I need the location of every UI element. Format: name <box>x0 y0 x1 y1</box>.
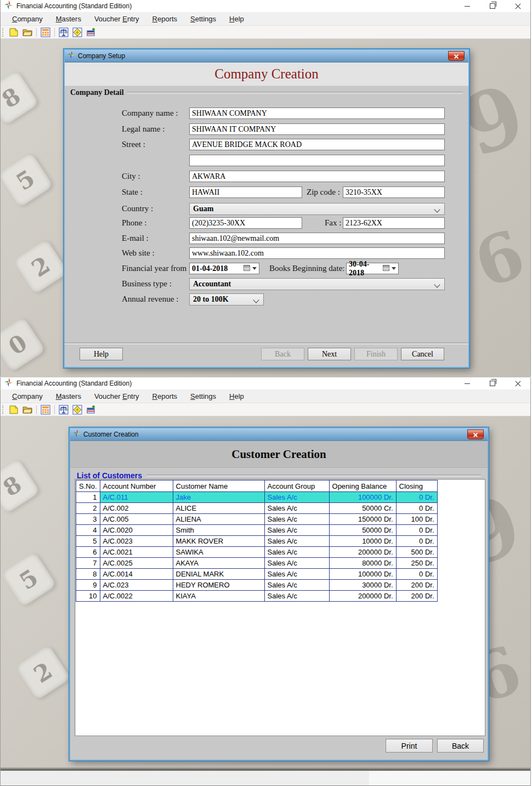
balance-scales-icon[interactable] <box>58 27 70 38</box>
table-row[interactable]: 8A/C.0014DENIAL MARKSales A/c100000 Dr.0… <box>76 569 438 580</box>
table-row[interactable]: 2A/C.002ALICESales A/c50000 Cr.0 Dr. <box>76 503 438 514</box>
country-label: Country : <box>122 203 153 214</box>
add-table-icon[interactable] <box>85 27 97 38</box>
dialog-heading-band: Company Creation <box>65 63 468 86</box>
column-header[interactable]: Opening Balance <box>329 480 396 492</box>
column-header[interactable]: S.No. <box>76 480 100 492</box>
financial-year-datepicker[interactable]: 01-04-2018 <box>189 263 259 274</box>
toolbar-separator <box>36 405 37 414</box>
fax-field[interactable] <box>343 217 445 229</box>
menu-voucher-entry[interactable]: Voucher Entry <box>88 13 145 25</box>
column-header[interactable]: Closing <box>396 480 437 492</box>
print-button[interactable]: Print <box>386 739 433 753</box>
table-row[interactable]: 5A/C.0023MAKK ROVERSales A/c10000 Dr.0 D… <box>76 536 438 547</box>
financial-year-label: Financial year from : <box>122 263 191 274</box>
minimize-icon[interactable] <box>455 377 480 389</box>
dialog-title: Company Setup <box>78 52 125 60</box>
chevron-down-icon <box>434 281 440 287</box>
open-folder-icon[interactable] <box>21 27 33 38</box>
email-field[interactable] <box>189 233 445 244</box>
restore-icon[interactable] <box>480 377 505 389</box>
books-beginning-label: Books Beginning date: <box>269 263 345 274</box>
legal-name-label: Legal name : <box>122 123 165 135</box>
toolbar-separator <box>54 405 55 414</box>
ledger-book-icon[interactable] <box>71 404 83 415</box>
titlebar: Financial Accounting (Standard Edition) <box>1 377 530 389</box>
window-title: Financial Accounting (Standard Edition) <box>16 2 132 10</box>
dialog-close-icon[interactable] <box>448 51 465 61</box>
button-separator <box>65 342 468 344</box>
menu-bar: CompanyMastersVoucher EntryReportsSettin… <box>1 389 530 403</box>
balance-scales-icon[interactable] <box>58 404 70 415</box>
state-field[interactable] <box>189 186 302 198</box>
annual-revenue-select[interactable]: 20 to 100K <box>189 293 264 306</box>
menu-masters[interactable]: Masters <box>50 13 87 25</box>
business-type-select[interactable]: Accountant <box>189 278 445 290</box>
calendar-icon <box>244 264 250 273</box>
calculator-grid-icon[interactable] <box>39 27 52 38</box>
chevron-down-icon <box>253 297 259 303</box>
window-title: Financial Accounting (Standard Edition) <box>16 380 132 387</box>
dialog-icon <box>73 429 81 439</box>
table-row[interactable]: 9A/C.023HEDY ROMEROSales A/c30000 Dr.200… <box>76 580 438 591</box>
table-row[interactable]: 4A/C.0020SmithSales A/c50000 Dr.0 Dr. <box>76 525 438 536</box>
customer-creation-dialog: Customer Creation Customer Creation List… <box>69 427 489 761</box>
menu-settings[interactable]: Settings <box>184 13 222 25</box>
company-detail-group: Company Detail <box>70 88 463 97</box>
menu-masters[interactable]: Masters <box>50 391 87 402</box>
minimize-icon[interactable] <box>455 0 480 12</box>
books-beginning-datepicker[interactable]: 30-04-2018 <box>346 263 399 274</box>
zip-label: Zip code : <box>307 186 340 198</box>
menu-reports[interactable]: Reports <box>146 391 184 402</box>
company-name-field[interactable] <box>189 108 445 119</box>
street-field[interactable] <box>189 139 445 150</box>
table-row[interactable]: 3A/C.005ALIENASales A/c150000 Dr.100 Dr. <box>76 514 438 525</box>
window-customer-creation: Financial Accounting (Standard Edition) … <box>0 377 531 786</box>
open-folder-icon[interactable] <box>21 404 33 415</box>
phone-field[interactable] <box>189 217 302 229</box>
calculator-grid-icon[interactable] <box>39 404 52 415</box>
menu-help[interactable]: Help <box>223 391 250 402</box>
client-area: 8 5 2 9 6 Customer Creation Customer Cre… <box>1 416 530 772</box>
column-header[interactable]: Account Number <box>100 480 173 492</box>
street-line2-field[interactable] <box>189 155 445 166</box>
menu-voucher-entry[interactable]: Voucher Entry <box>88 391 145 402</box>
cancel-button[interactable]: Cancel <box>401 348 444 360</box>
new-document-icon[interactable] <box>8 404 20 415</box>
company-name-label: Company name : <box>122 108 178 119</box>
menu-settings[interactable]: Settings <box>184 391 222 402</box>
country-select[interactable]: Guam <box>189 203 445 215</box>
close-icon[interactable] <box>505 377 530 389</box>
menu-help[interactable]: Help <box>223 13 250 25</box>
table-row[interactable]: 6A/C.0021SAWIKASales A/c200000 Dr.500 Dr… <box>76 547 438 558</box>
restore-icon[interactable] <box>480 0 505 12</box>
email-label: E-mail : <box>122 233 149 244</box>
close-icon[interactable] <box>505 0 530 12</box>
help-button[interactable]: Help <box>80 348 123 360</box>
website-label: Web site : <box>122 247 155 259</box>
back-button[interactable]: Back <box>437 739 484 753</box>
dialog-close-icon[interactable] <box>467 429 484 439</box>
table-row[interactable]: 1A/C.011JakeSales A/c100000 Dr.0 Dr. <box>76 492 438 503</box>
new-document-icon[interactable] <box>8 27 20 38</box>
dialog-titlebar: Customer Creation <box>70 428 488 441</box>
table-row[interactable]: 7A/C.0025AKAYASales A/c80000 Dr.250 Dr. <box>76 558 438 569</box>
zip-field[interactable] <box>343 186 445 198</box>
legal-name-field[interactable] <box>189 123 445 135</box>
menu-reports[interactable]: Reports <box>146 13 184 25</box>
city-field[interactable] <box>189 171 445 182</box>
page-title: Company Creation <box>214 66 319 82</box>
table-row[interactable]: 10A/C.0022KIAYASales A/c200000 Dr.200 Dr… <box>76 591 438 602</box>
column-header[interactable]: Account Group <box>264 480 329 492</box>
client-area: 8 5 2 0 9 6 Company Setup Company Creati… <box>1 39 530 377</box>
next-button[interactable]: Next <box>308 348 351 360</box>
menu-company[interactable]: Company <box>6 391 49 402</box>
website-field[interactable] <box>189 247 445 259</box>
add-table-icon[interactable] <box>85 404 97 415</box>
window-company-setup: Financial Accounting (Standard Edition) … <box>0 0 531 377</box>
ledger-book-icon[interactable] <box>71 27 83 38</box>
group-label: Company Detail <box>70 88 124 97</box>
street-label: Street : <box>122 139 145 150</box>
menu-company[interactable]: Company <box>6 13 49 25</box>
column-header[interactable]: Customer Name <box>173 480 264 492</box>
